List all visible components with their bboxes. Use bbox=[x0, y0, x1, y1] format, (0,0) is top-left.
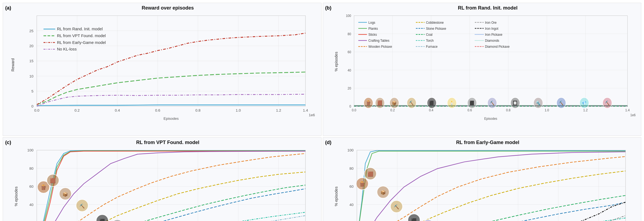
svg-text:0.2: 0.2 bbox=[390, 108, 395, 112]
svg-text:⬛: ⬛ bbox=[429, 100, 434, 106]
svg-text:Planks: Planks bbox=[368, 26, 378, 31]
svg-text:60: 60 bbox=[29, 184, 33, 189]
svg-text:No KL-loss: No KL-loss bbox=[57, 47, 77, 51]
svg-text:5: 5 bbox=[31, 89, 34, 93]
svg-text:RL from Early-Game model: RL from Early-Game model bbox=[57, 40, 106, 45]
svg-text:0.0: 0.0 bbox=[34, 108, 39, 112]
panel-b-label: (b) bbox=[325, 5, 332, 11]
svg-text:Crafting Tables: Crafting Tables bbox=[368, 38, 389, 43]
svg-text:25: 25 bbox=[29, 29, 33, 33]
main-container: (a) Reward over episodes Reward bbox=[0, 0, 644, 221]
svg-text:40: 40 bbox=[347, 68, 351, 72]
svg-text:🪵: 🪵 bbox=[366, 100, 371, 106]
panel-d-label: (d) bbox=[325, 140, 332, 145]
svg-text:Coal: Coal bbox=[426, 32, 432, 37]
svg-text:Episodes: Episodes bbox=[163, 117, 179, 121]
svg-text:1e6: 1e6 bbox=[630, 113, 635, 117]
svg-text:⬛: ⬛ bbox=[411, 218, 417, 221]
svg-text:80: 80 bbox=[29, 166, 33, 171]
panel-c-ylabel: % episodes bbox=[14, 186, 18, 206]
svg-text:🔩: 🔩 bbox=[536, 100, 540, 106]
svg-text:1.4: 1.4 bbox=[625, 108, 630, 112]
panel-a-svg: 0 5 10 15 20 25 0.0 0.2 0.4 0.6 0.8 1.0 … bbox=[17, 12, 319, 126]
svg-text:🟫: 🟫 bbox=[50, 178, 56, 184]
svg-text:1.2: 1.2 bbox=[583, 108, 588, 112]
panel-b-chart: % episodes 0 20 bbox=[337, 12, 639, 126]
svg-text:Diamonds: Diamonds bbox=[485, 38, 499, 43]
panel-a-chart: Reward 0 5 bbox=[17, 12, 319, 126]
svg-text:80: 80 bbox=[349, 166, 353, 171]
svg-text:80: 80 bbox=[347, 32, 351, 36]
svg-text:1.4: 1.4 bbox=[303, 108, 308, 112]
svg-text:20: 20 bbox=[29, 44, 33, 48]
panel-c-chart: % episodes 0 20 bbox=[17, 147, 319, 221]
svg-text:⛏️: ⛏️ bbox=[394, 205, 399, 210]
svg-text:1.2: 1.2 bbox=[276, 108, 281, 112]
panel-c-title: RL from VPT Found. model bbox=[17, 140, 319, 145]
svg-text:Cobblestone: Cobblestone bbox=[426, 20, 443, 25]
svg-text:Torch: Torch bbox=[426, 38, 433, 43]
svg-text:100: 100 bbox=[27, 148, 34, 153]
svg-text:Iron Ore: Iron Ore bbox=[485, 20, 497, 25]
svg-text:⬛: ⬛ bbox=[100, 219, 105, 221]
svg-text:100: 100 bbox=[347, 148, 353, 153]
svg-text:📦: 📦 bbox=[392, 100, 396, 106]
svg-text:1.0: 1.0 bbox=[236, 108, 241, 112]
svg-text:0.8: 0.8 bbox=[506, 108, 510, 112]
svg-text:⛏️: ⛏️ bbox=[605, 100, 609, 106]
svg-text:🟫: 🟫 bbox=[367, 171, 373, 177]
svg-text:Sticks: Sticks bbox=[368, 32, 377, 37]
panel-d-title: RL from Early-Game model bbox=[337, 140, 639, 145]
svg-text:0.6: 0.6 bbox=[467, 108, 472, 112]
panel-b-title: RL from Rand. Init. model bbox=[337, 5, 639, 11]
svg-text:0.0: 0.0 bbox=[352, 108, 356, 112]
svg-text:0: 0 bbox=[349, 104, 351, 109]
svg-text:RL from Rand. Init. model: RL from Rand. Init. model bbox=[57, 27, 103, 31]
svg-text:RL from VPT Found. model: RL from VPT Found. model bbox=[57, 34, 106, 38]
panel-a-title: Reward over episodes bbox=[17, 5, 319, 11]
svg-text:1e6: 1e6 bbox=[309, 113, 315, 117]
panel-b: (b) RL from Rand. Init. model % episodes bbox=[323, 3, 642, 136]
svg-text:40: 40 bbox=[349, 203, 353, 207]
svg-text:60: 60 bbox=[349, 184, 353, 189]
svg-text:🔲: 🔲 bbox=[513, 100, 517, 106]
svg-text:🪵: 🪵 bbox=[40, 184, 47, 190]
panel-c-svg: 0 20 40 60 80 100 0.0 0.2 0.4 0.6 0.8 1.… bbox=[17, 147, 319, 221]
panel-a: (a) Reward over episodes Reward bbox=[3, 3, 321, 136]
svg-text:0.8: 0.8 bbox=[195, 108, 201, 112]
panel-b-svg: 0 20 40 60 80 100 0.0 0.2 0.4 0.6 0.8 1.… bbox=[337, 12, 639, 126]
svg-text:20: 20 bbox=[347, 86, 351, 90]
panel-d-svg: 0 20 40 60 80 100 0.0 0.2 0.4 0.6 0.8 1.… bbox=[337, 147, 639, 221]
svg-text:100: 100 bbox=[346, 14, 351, 18]
svg-text:Stone Pickaxe: Stone Pickaxe bbox=[426, 26, 446, 31]
svg-text:💎: 💎 bbox=[582, 100, 586, 106]
svg-text:Logs: Logs bbox=[368, 20, 375, 25]
svg-text:0: 0 bbox=[31, 104, 34, 108]
svg-text:⛏️: ⛏️ bbox=[490, 100, 494, 106]
svg-text:⛏️: ⛏️ bbox=[559, 100, 563, 106]
svg-text:📦: 📦 bbox=[62, 192, 68, 197]
svg-text:⛏️: ⛏️ bbox=[409, 100, 414, 106]
svg-text:60: 60 bbox=[347, 50, 351, 54]
svg-text:Wooden Pickaxe: Wooden Pickaxe bbox=[368, 45, 392, 49]
svg-point-166 bbox=[111, 220, 123, 221]
svg-text:Iron Pickaxe: Iron Pickaxe bbox=[485, 32, 502, 37]
svg-text:10: 10 bbox=[29, 74, 33, 78]
svg-text:Diamond Pickaxe: Diamond Pickaxe bbox=[485, 45, 509, 49]
svg-text:Furnace: Furnace bbox=[426, 45, 437, 49]
panel-d: (d) RL from Early-Game model % episodes bbox=[323, 137, 642, 221]
panel-a-ylabel: Reward bbox=[11, 58, 15, 71]
svg-text:⬛: ⬛ bbox=[469, 100, 474, 106]
svg-text:🪵: 🪵 bbox=[359, 181, 366, 187]
svg-text:0.4: 0.4 bbox=[429, 108, 433, 112]
panel-d-ylabel: % episodes bbox=[334, 186, 338, 206]
svg-text:1.0: 1.0 bbox=[544, 108, 549, 112]
svg-text:15: 15 bbox=[29, 59, 33, 63]
svg-text:⛏️: ⛏️ bbox=[79, 204, 85, 209]
svg-text:🟫: 🟫 bbox=[377, 100, 383, 106]
panel-c: (c) RL from VPT Found. model % episodes bbox=[3, 137, 321, 221]
svg-text:Iron Ingot: Iron Ingot bbox=[485, 26, 498, 31]
panel-a-label: (a) bbox=[5, 5, 11, 11]
panel-c-label: (c) bbox=[5, 140, 11, 145]
svg-text:Episodes: Episodes bbox=[484, 117, 497, 121]
